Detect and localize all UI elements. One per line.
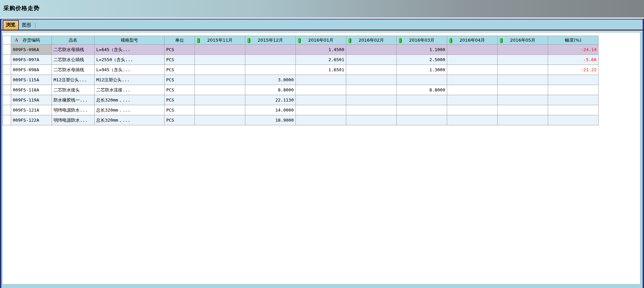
cell-m2[interactable] [296, 85, 346, 95]
cell-m5[interactable] [447, 55, 498, 65]
cell-m1[interactable]: 22.1130 [245, 95, 296, 105]
cell-unit[interactable]: PCS [165, 85, 195, 95]
cell-m0[interactable] [195, 115, 245, 125]
cell-m5[interactable] [447, 105, 498, 115]
cell-m3[interactable] [346, 75, 397, 85]
cell-unit[interactable]: PCS [165, 115, 195, 125]
cell-m0[interactable] [195, 105, 245, 115]
cell-m3[interactable] [346, 55, 397, 65]
cell-unit[interactable]: PCS [165, 45, 195, 55]
tab-browse[interactable]: 浏览 [3, 20, 19, 30]
cell-m6[interactable] [498, 105, 548, 115]
cell-m3[interactable] [346, 95, 397, 105]
cell-range[interactable] [548, 115, 599, 125]
cell-unit[interactable]: PCS [165, 105, 195, 115]
row-selector-header[interactable] [3, 36, 11, 45]
cell-name[interactable]: 明纬电源防水... [52, 115, 95, 125]
row-selector-cell[interactable] [3, 75, 11, 85]
cell-m1[interactable] [245, 65, 296, 75]
cell-unit[interactable]: PCS [165, 95, 195, 105]
cell-m4[interactable] [397, 105, 447, 115]
column-header-m1[interactable]: 2015年12月 [245, 36, 296, 45]
cell-name[interactable]: 明纬电源防水... [52, 105, 95, 115]
cell-m4[interactable] [397, 75, 447, 85]
cell-m5[interactable] [447, 115, 498, 125]
cell-m6[interactable] [498, 95, 548, 105]
cell-code[interactable]: 009FS-119A [11, 95, 52, 105]
cell-m0[interactable] [195, 95, 245, 105]
cell-m4[interactable]: 1.1000 [397, 45, 447, 55]
cell-m6[interactable] [498, 75, 548, 85]
cell-code[interactable]: 009FS-121A [11, 105, 52, 115]
column-header-m3[interactable]: 2016年02月 [346, 36, 397, 45]
tab-graph[interactable]: 图形 [19, 21, 34, 30]
cell-unit[interactable]: PCS [165, 65, 195, 75]
cell-range[interactable] [548, 85, 599, 95]
cell-m0[interactable] [195, 55, 245, 65]
cell-m1[interactable] [245, 55, 296, 65]
cell-spec[interactable]: L=645（含头... [95, 45, 165, 55]
cell-m3[interactable] [346, 65, 397, 75]
row-selector-cell[interactable] [3, 55, 11, 65]
cell-name[interactable]: 二芯防水母插线 [52, 45, 95, 55]
cell-range[interactable]: -24.14 [548, 45, 599, 55]
cell-name[interactable]: 二芯防水公插线 [52, 55, 95, 65]
row-selector-cell[interactable] [3, 105, 11, 115]
cell-code[interactable]: 009FS-097A [11, 55, 52, 65]
cell-m5[interactable] [447, 95, 498, 105]
cell-m5[interactable] [447, 75, 498, 85]
row-selector-cell[interactable] [3, 85, 11, 95]
cell-range[interactable]: -21.22 [548, 65, 599, 75]
cell-m4[interactable] [397, 115, 447, 125]
cell-m5[interactable] [447, 45, 498, 55]
cell-m0[interactable] [195, 45, 245, 55]
row-selector-cell[interactable] [3, 115, 11, 125]
cell-m3[interactable] [346, 115, 397, 125]
cell-spec[interactable]: 二芯防水连接... [95, 85, 165, 95]
cell-spec[interactable]: 总长320mm，... [95, 115, 165, 125]
cell-m2[interactable] [296, 95, 346, 105]
cell-name[interactable]: M12注塑公头... [52, 75, 95, 85]
cell-m1[interactable]: 3.0000 [245, 75, 296, 85]
cell-m1[interactable] [245, 45, 296, 55]
cell-range[interactable] [548, 75, 599, 85]
column-header-m5[interactable]: 2016年04月 [447, 36, 498, 45]
cell-name[interactable]: 二芯防水母插线 [52, 65, 95, 75]
cell-m3[interactable] [346, 45, 397, 55]
cell-code[interactable]: 009FS-096A [11, 45, 52, 55]
cell-m5[interactable] [447, 85, 498, 95]
row-selector-cell[interactable] [3, 65, 11, 75]
cell-m2[interactable]: 2.6501 [296, 55, 346, 65]
cell-m6[interactable] [498, 115, 548, 125]
cell-name[interactable]: 二芯防水接头 [52, 85, 95, 95]
cell-unit[interactable]: PCS [165, 75, 195, 85]
cell-m4[interactable] [397, 95, 447, 105]
column-header-range[interactable]: 幅度(%) [548, 36, 599, 45]
row-selector-cell[interactable] [3, 45, 11, 55]
column-header-unit[interactable]: 单位 [165, 36, 195, 45]
column-header-code[interactable]: A存货编码 [11, 36, 52, 45]
cell-range[interactable] [548, 95, 599, 105]
cell-m6[interactable] [498, 85, 548, 95]
cell-m6[interactable] [498, 65, 548, 75]
cell-spec[interactable]: M12注塑公头... [95, 75, 165, 85]
cell-m0[interactable] [195, 65, 245, 75]
cell-spec[interactable]: 总长320mm，... [95, 95, 165, 105]
column-header-name[interactable]: 品名 [52, 36, 95, 45]
cell-spec[interactable]: 总长320mm，... [95, 105, 165, 115]
cell-spec[interactable]: L=945（含头... [95, 65, 165, 75]
cell-range[interactable] [548, 105, 599, 115]
cell-code[interactable]: 009FS-098A [11, 65, 52, 75]
cell-code[interactable]: 009FS-115A [11, 75, 52, 85]
cell-code[interactable]: 009FS-118A [11, 85, 52, 95]
cell-m5[interactable] [447, 65, 498, 75]
column-header-m2[interactable]: 2016年01月 [296, 36, 346, 45]
cell-m4[interactable]: 1.3000 [397, 65, 447, 75]
cell-m2[interactable]: 1.6501 [296, 65, 346, 75]
cell-m1[interactable]: 18.9000 [245, 115, 296, 125]
cell-m6[interactable] [498, 55, 548, 65]
column-header-m6[interactable]: 2016年05月 [498, 36, 548, 45]
cell-m2[interactable] [296, 115, 346, 125]
cell-unit[interactable]: PCS [165, 55, 195, 65]
cell-m3[interactable] [346, 85, 397, 95]
